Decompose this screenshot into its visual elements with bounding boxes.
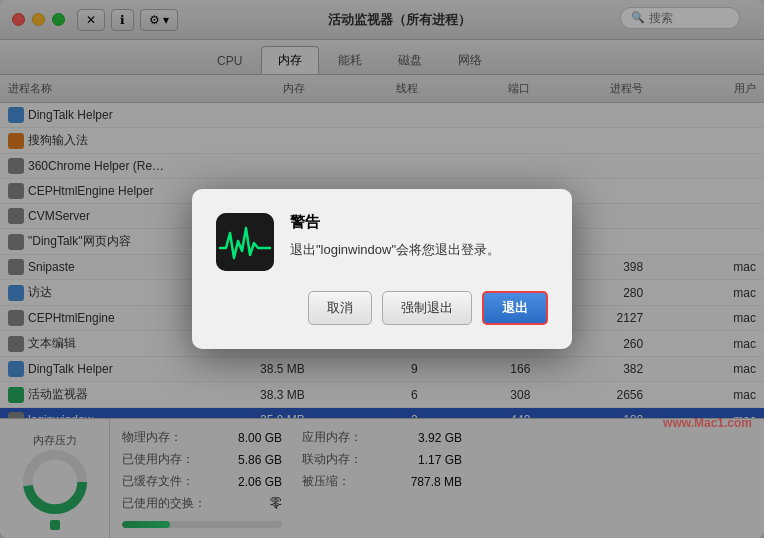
cancel-button[interactable]: 取消 xyxy=(308,291,372,325)
activity-monitor-icon xyxy=(216,213,274,271)
dialog-app-icon xyxy=(216,213,274,271)
dialog-buttons: 取消 强制退出 退出 xyxy=(216,291,548,325)
quit-button[interactable]: 退出 xyxy=(482,291,548,325)
dialog-message: 退出"loginwindow"会将您退出登录。 xyxy=(290,240,500,260)
force-quit-button[interactable]: 强制退出 xyxy=(382,291,472,325)
dialog-text: 警告 退出"loginwindow"会将您退出登录。 xyxy=(290,213,500,260)
dialog-overlay: 警告 退出"loginwindow"会将您退出登录。 取消 强制退出 退出 xyxy=(0,0,764,538)
watermark: www.Mac1.com xyxy=(663,416,752,430)
svg-rect-2 xyxy=(216,213,274,271)
dialog-title: 警告 xyxy=(290,213,500,232)
alert-dialog: 警告 退出"loginwindow"会将您退出登录。 取消 强制退出 退出 xyxy=(192,189,572,349)
dialog-top: 警告 退出"loginwindow"会将您退出登录。 xyxy=(216,213,548,271)
